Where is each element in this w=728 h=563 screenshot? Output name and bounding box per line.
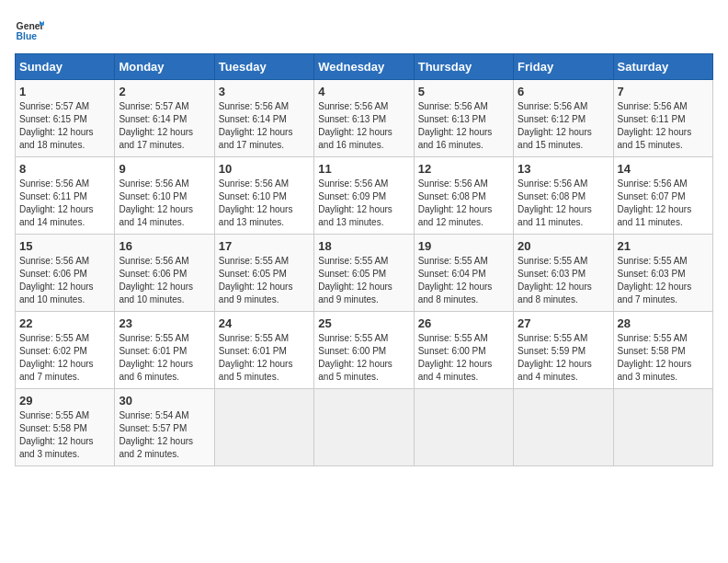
calendar-cell — [314, 389, 414, 466]
day-number: 23 — [119, 316, 210, 330]
calendar-cell: 17Sunrise: 5:55 AM Sunset: 6:05 PM Dayli… — [214, 235, 313, 312]
logo: General Blue — [15, 15, 44, 44]
day-info: Sunrise: 5:56 AM Sunset: 6:06 PM Dayligh… — [19, 255, 110, 306]
calendar-cell: 22Sunrise: 5:55 AM Sunset: 6:02 PM Dayli… — [16, 312, 115, 389]
col-header-friday: Friday — [514, 54, 613, 80]
day-info: Sunrise: 5:55 AM Sunset: 6:03 PM Dayligh… — [518, 255, 609, 306]
day-number: 28 — [618, 316, 709, 330]
calendar-cell: 26Sunrise: 5:55 AM Sunset: 6:00 PM Dayli… — [414, 312, 513, 389]
day-info: Sunrise: 5:56 AM Sunset: 6:10 PM Dayligh… — [219, 178, 310, 229]
calendar-week-row: 15Sunrise: 5:56 AM Sunset: 6:06 PM Dayli… — [16, 235, 713, 312]
svg-text:Blue: Blue — [17, 31, 38, 41]
calendar-cell: 19Sunrise: 5:55 AM Sunset: 6:04 PM Dayli… — [414, 235, 513, 312]
day-number: 7 — [618, 85, 709, 98]
calendar-week-row: 8Sunrise: 5:56 AM Sunset: 6:11 PM Daylig… — [16, 157, 713, 235]
day-number: 8 — [19, 162, 110, 176]
calendar-cell: 10Sunrise: 5:56 AM Sunset: 6:10 PM Dayli… — [214, 157, 313, 235]
day-info: Sunrise: 5:56 AM Sunset: 6:11 PM Dayligh… — [19, 178, 110, 229]
calendar-cell: 20Sunrise: 5:55 AM Sunset: 6:03 PM Dayli… — [514, 235, 613, 312]
day-info: Sunrise: 5:56 AM Sunset: 6:09 PM Dayligh… — [318, 178, 409, 229]
day-number: 27 — [518, 316, 609, 330]
day-number: 25 — [318, 316, 409, 330]
day-info: Sunrise: 5:56 AM Sunset: 6:14 PM Dayligh… — [219, 100, 310, 152]
day-number: 17 — [219, 239, 310, 253]
day-info: Sunrise: 5:55 AM Sunset: 6:04 PM Dayligh… — [418, 255, 509, 306]
calendar-cell: 18Sunrise: 5:55 AM Sunset: 6:05 PM Dayli… — [314, 235, 414, 312]
day-info: Sunrise: 5:56 AM Sunset: 6:06 PM Dayligh… — [119, 255, 210, 306]
col-header-sunday: Sunday — [16, 54, 115, 80]
day-info: Sunrise: 5:56 AM Sunset: 6:08 PM Dayligh… — [518, 178, 609, 229]
day-info: Sunrise: 5:57 AM Sunset: 6:15 PM Dayligh… — [19, 100, 110, 152]
calendar-cell: 2Sunrise: 5:57 AM Sunset: 6:14 PM Daylig… — [115, 80, 214, 157]
day-number: 18 — [318, 239, 409, 253]
calendar-header-row: SundayMondayTuesdayWednesdayThursdayFrid… — [16, 54, 713, 80]
day-info: Sunrise: 5:55 AM Sunset: 5:58 PM Dayligh… — [19, 409, 110, 461]
day-info: Sunrise: 5:55 AM Sunset: 6:00 PM Dayligh… — [318, 332, 409, 384]
calendar-cell: 30Sunrise: 5:54 AM Sunset: 5:57 PM Dayli… — [115, 389, 214, 466]
day-number: 21 — [618, 239, 709, 253]
calendar-cell: 29Sunrise: 5:55 AM Sunset: 5:58 PM Dayli… — [16, 389, 115, 466]
col-header-monday: Monday — [115, 54, 214, 80]
day-info: Sunrise: 5:55 AM Sunset: 6:05 PM Dayligh… — [318, 255, 409, 306]
calendar-cell: 7Sunrise: 5:56 AM Sunset: 6:11 PM Daylig… — [613, 80, 712, 157]
calendar-cell — [214, 389, 313, 466]
day-info: Sunrise: 5:54 AM Sunset: 5:57 PM Dayligh… — [119, 409, 210, 461]
day-number: 30 — [119, 394, 210, 408]
calendar-week-row: 29Sunrise: 5:55 AM Sunset: 5:58 PM Dayli… — [16, 389, 713, 466]
calendar-week-row: 1Sunrise: 5:57 AM Sunset: 6:15 PM Daylig… — [16, 80, 713, 157]
calendar-cell: 1Sunrise: 5:57 AM Sunset: 6:15 PM Daylig… — [16, 80, 115, 157]
calendar-cell: 11Sunrise: 5:56 AM Sunset: 6:09 PM Dayli… — [314, 157, 414, 235]
calendar-cell: 28Sunrise: 5:55 AM Sunset: 5:58 PM Dayli… — [613, 312, 712, 389]
calendar-cell — [514, 389, 613, 466]
day-number: 9 — [119, 162, 210, 176]
calendar-cell — [613, 389, 712, 466]
day-number: 14 — [618, 162, 709, 176]
day-info: Sunrise: 5:55 AM Sunset: 6:01 PM Dayligh… — [119, 332, 210, 384]
day-number: 12 — [418, 162, 509, 176]
day-number: 15 — [19, 239, 110, 253]
day-number: 26 — [418, 316, 509, 330]
calendar-cell: 13Sunrise: 5:56 AM Sunset: 6:08 PM Dayli… — [514, 157, 613, 235]
col-header-saturday: Saturday — [613, 54, 712, 80]
day-info: Sunrise: 5:55 AM Sunset: 6:02 PM Dayligh… — [19, 332, 110, 384]
day-info: Sunrise: 5:56 AM Sunset: 6:07 PM Dayligh… — [618, 178, 709, 229]
day-info: Sunrise: 5:55 AM Sunset: 6:05 PM Dayligh… — [219, 255, 310, 306]
day-info: Sunrise: 5:55 AM Sunset: 5:59 PM Dayligh… — [518, 332, 609, 384]
col-header-wednesday: Wednesday — [314, 54, 414, 80]
calendar-cell: 16Sunrise: 5:56 AM Sunset: 6:06 PM Dayli… — [115, 235, 214, 312]
day-info: Sunrise: 5:55 AM Sunset: 5:58 PM Dayligh… — [618, 332, 709, 384]
calendar-cell: 15Sunrise: 5:56 AM Sunset: 6:06 PM Dayli… — [16, 235, 115, 312]
calendar-table: SundayMondayTuesdayWednesdayThursdayFrid… — [15, 53, 713, 466]
calendar-cell: 14Sunrise: 5:56 AM Sunset: 6:07 PM Dayli… — [613, 157, 712, 235]
calendar-cell: 12Sunrise: 5:56 AM Sunset: 6:08 PM Dayli… — [414, 157, 513, 235]
day-number: 24 — [219, 316, 310, 330]
day-number: 19 — [418, 239, 509, 253]
page-header: General Blue — [15, 15, 713, 44]
day-number: 11 — [318, 162, 409, 176]
col-header-tuesday: Tuesday — [214, 54, 313, 80]
day-info: Sunrise: 5:55 AM Sunset: 6:03 PM Dayligh… — [618, 255, 709, 306]
calendar-cell: 23Sunrise: 5:55 AM Sunset: 6:01 PM Dayli… — [115, 312, 214, 389]
day-number: 2 — [119, 85, 210, 98]
calendar-cell: 24Sunrise: 5:55 AM Sunset: 6:01 PM Dayli… — [214, 312, 313, 389]
calendar-cell — [414, 389, 513, 466]
day-info: Sunrise: 5:56 AM Sunset: 6:10 PM Dayligh… — [119, 178, 210, 229]
day-info: Sunrise: 5:56 AM Sunset: 6:08 PM Dayligh… — [418, 178, 509, 229]
day-number: 13 — [518, 162, 609, 176]
calendar-cell: 25Sunrise: 5:55 AM Sunset: 6:00 PM Dayli… — [314, 312, 414, 389]
calendar-cell: 9Sunrise: 5:56 AM Sunset: 6:10 PM Daylig… — [115, 157, 214, 235]
day-number: 22 — [19, 316, 110, 330]
day-number: 10 — [219, 162, 310, 176]
calendar-cell: 4Sunrise: 5:56 AM Sunset: 6:13 PM Daylig… — [314, 80, 414, 157]
day-info: Sunrise: 5:56 AM Sunset: 6:13 PM Dayligh… — [318, 100, 409, 152]
day-info: Sunrise: 5:55 AM Sunset: 6:00 PM Dayligh… — [418, 332, 509, 384]
day-number: 20 — [518, 239, 609, 253]
day-info: Sunrise: 5:57 AM Sunset: 6:14 PM Dayligh… — [119, 100, 210, 152]
calendar-cell: 6Sunrise: 5:56 AM Sunset: 6:12 PM Daylig… — [514, 80, 613, 157]
calendar-cell: 27Sunrise: 5:55 AM Sunset: 5:59 PM Dayli… — [514, 312, 613, 389]
day-number: 1 — [19, 85, 110, 98]
day-number: 6 — [518, 85, 609, 98]
day-number: 3 — [219, 85, 310, 98]
calendar-week-row: 22Sunrise: 5:55 AM Sunset: 6:02 PM Dayli… — [16, 312, 713, 389]
day-number: 4 — [318, 85, 409, 98]
